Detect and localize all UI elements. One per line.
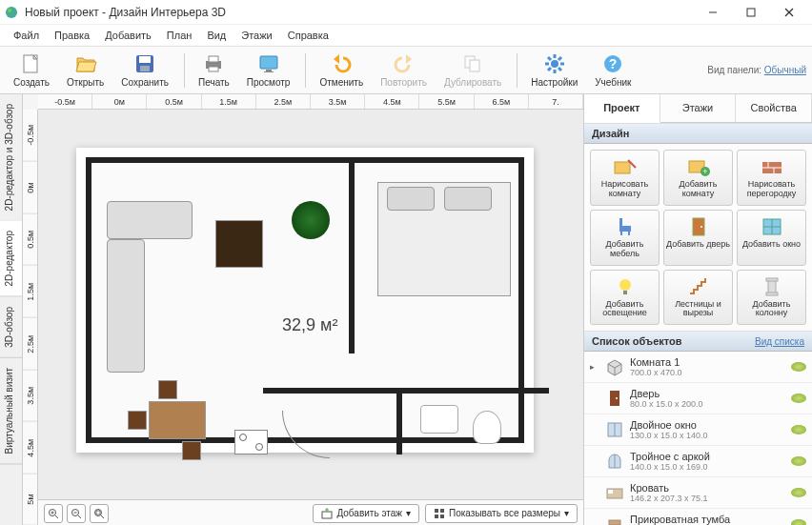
menu-item[interactable]: Файл	[6, 27, 47, 44]
toolbar: СоздатьОткрытьСохранитьПечатьПросмотрОтм…	[0, 47, 812, 94]
visibility-toggle-icon[interactable]	[791, 362, 806, 372]
design-draw-room-button[interactable]: Нарисовать комнату	[590, 150, 660, 206]
side-tab[interactable]: Виртуальный визит	[0, 358, 22, 465]
pillow-icon	[444, 187, 492, 211]
room-3d-icon	[603, 355, 626, 378]
show-all-dimensions-button[interactable]: Показывать все размеры ▾	[425, 504, 578, 523]
chair-icon[interactable]	[128, 411, 147, 430]
dimensions-icon	[434, 508, 445, 519]
vertical-ruler: -0.5м0м0.5м1.5м2.5м3.5м4.5м5м	[23, 110, 38, 525]
right-panel-tab[interactable]: Свойства	[736, 94, 812, 122]
object-list-item[interactable]: Прикроватная тумба41.8 x 36.3 x 36.5	[584, 509, 812, 525]
titlebar: Новый проект - Дизайн Интерьера 3D	[0, 0, 812, 25]
object-list-item[interactable]: Кровать146.2 x 207.3 x 75.1	[584, 477, 812, 509]
design-door-button[interactable]: Добавить дверь	[663, 210, 733, 266]
side-tab[interactable]: 2D-редактор и 3D-обзор	[0, 94, 22, 221]
design-column-button[interactable]: Добавить колонну	[737, 270, 806, 326]
svg-point-21	[551, 60, 558, 68]
sofa-icon[interactable]	[107, 239, 145, 373]
object-list-item[interactable]: Дверь80.0 x 15.0 x 200.0	[584, 383, 812, 414]
design-tool-grid: Нарисовать комнату+Добавить комнатуНарис…	[584, 144, 812, 331]
toolbar-печать-button[interactable]: Печать	[191, 50, 237, 90]
design-chair-button[interactable]: Добавить мебель	[590, 210, 660, 266]
tv-stand-icon[interactable]	[215, 220, 263, 268]
sink-icon[interactable]	[420, 405, 458, 434]
interior-wall[interactable]	[396, 388, 402, 454]
close-button[interactable]	[770, 0, 808, 25]
svg-line-26	[548, 57, 551, 60]
floorplan-canvas[interactable]: 32,9 м²	[38, 110, 583, 525]
svg-rect-10	[140, 66, 150, 71]
maximize-button[interactable]	[732, 0, 770, 25]
menu-item[interactable]: Добавить	[97, 27, 159, 44]
zoom-fit-button[interactable]	[90, 504, 109, 523]
canvas-footer: Добавить этаж ▾ Показывать все размеры ▾	[38, 499, 583, 525]
design-add-room-button[interactable]: +Добавить комнату	[663, 150, 733, 206]
visibility-toggle-icon[interactable]	[791, 425, 806, 434]
zoom-in-button[interactable]	[44, 504, 63, 523]
toolbar-учебник-button[interactable]: ?Учебник	[587, 50, 639, 90]
menu-item[interactable]: План	[159, 27, 200, 44]
svg-line-28	[548, 68, 551, 71]
side-tab[interactable]: 2D-редактор	[0, 221, 22, 297]
design-wall-button[interactable]: Нарисовать перегородку	[737, 150, 806, 206]
interior-wall[interactable]	[263, 388, 549, 394]
dining-table-icon[interactable]	[149, 401, 206, 439]
svg-point-63	[700, 226, 702, 228]
chair-icon[interactable]	[158, 380, 177, 399]
svg-point-67	[619, 279, 631, 291]
Открыть-icon	[74, 52, 97, 75]
svg-text:?: ?	[609, 56, 618, 71]
minimize-button[interactable]	[694, 0, 732, 25]
room-outline[interactable]: 32,9 м²	[86, 157, 524, 443]
design-stairs-button[interactable]: Лестницы и вырезы	[663, 270, 733, 326]
chair-icon[interactable]	[182, 441, 201, 460]
floorplan[interactable]: 32,9 м²	[76, 148, 534, 453]
side-tab[interactable]: 3D-обзор	[0, 297, 22, 358]
chair-icon	[613, 216, 638, 237]
plant-icon[interactable]	[292, 201, 330, 239]
door-swing-icon[interactable]	[282, 411, 330, 458]
zoom-out-button[interactable]	[67, 504, 86, 523]
object-list: ▸Комната 1700.0 x 470.0Дверь80.0 x 15.0 …	[584, 352, 812, 525]
menu-item[interactable]: Вид	[199, 27, 233, 44]
object-list-item[interactable]: ▸Комната 1700.0 x 470.0	[584, 352, 812, 383]
stove-icon[interactable]	[234, 430, 268, 454]
svg-rect-9	[139, 56, 151, 63]
visibility-toggle-icon[interactable]	[791, 488, 806, 497]
visibility-toggle-icon[interactable]	[791, 519, 806, 525]
panel-mode-link[interactable]: Обычный	[764, 65, 806, 75]
visibility-toggle-icon[interactable]	[791, 394, 806, 403]
menu-item[interactable]: Этажи	[233, 27, 279, 44]
toilet-icon[interactable]	[473, 411, 501, 444]
svg-line-33	[55, 515, 58, 518]
toolbar-создать-button[interactable]: Создать	[6, 50, 57, 90]
expand-icon[interactable]: ▸	[590, 362, 599, 372]
toolbar-просмотр-button[interactable]: Просмотр	[239, 50, 298, 90]
Повторить-icon	[393, 52, 416, 75]
bed-icon	[603, 481, 626, 504]
chevron-down-icon: ▾	[406, 508, 411, 518]
interior-wall[interactable]	[349, 163, 355, 353]
toolbar-настройки-button[interactable]: Настройки	[523, 50, 585, 90]
add-floor-button[interactable]: Добавить этаж ▾	[313, 504, 419, 523]
menu-item[interactable]: Справка	[280, 27, 336, 44]
design-light-button[interactable]: Добавить освещение	[590, 270, 660, 326]
svg-line-37	[78, 515, 81, 518]
app-logo-icon	[4, 5, 19, 20]
toolbar-открыть-button[interactable]: Открыть	[59, 50, 112, 90]
view-list-link[interactable]: Вид списка	[755, 336, 804, 347]
visibility-toggle-icon[interactable]	[791, 456, 806, 466]
object-list-item[interactable]: Двойное окно130.0 x 15.0 x 140.0	[584, 414, 812, 446]
chevron-down-icon: ▾	[564, 508, 569, 518]
object-list-item[interactable]: Тройное с аркой140.0 x 15.0 x 169.0	[584, 446, 812, 477]
svg-rect-48	[440, 515, 444, 518]
toolbar-отменить-button[interactable]: Отменить	[312, 50, 371, 90]
toolbar-сохранить-button[interactable]: Сохранить	[113, 50, 176, 90]
menu-item[interactable]: Правка	[47, 27, 97, 44]
sofa-icon[interactable]	[107, 201, 193, 239]
design-window-button[interactable]: Добавить окно	[737, 210, 806, 266]
right-panel-tab[interactable]: Проект	[584, 94, 660, 123]
right-panel-tab[interactable]: Этажи	[660, 94, 737, 122]
svg-rect-14	[260, 56, 277, 69]
